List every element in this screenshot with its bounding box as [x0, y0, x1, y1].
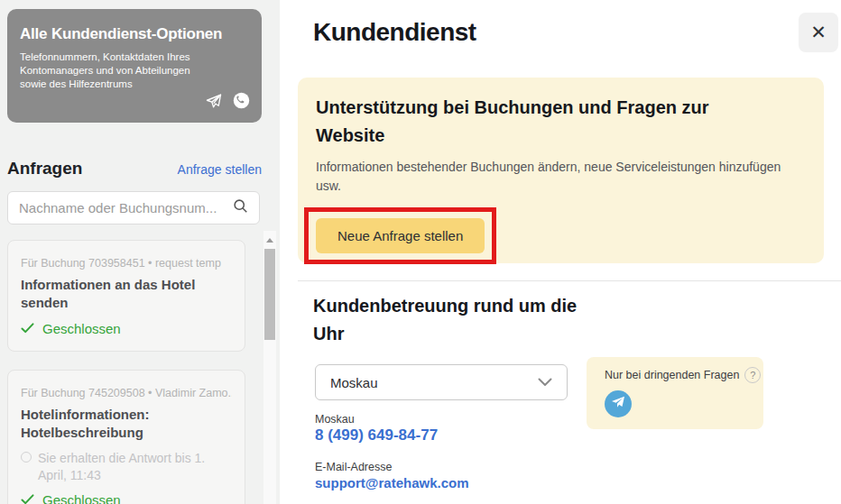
- request-title: Hotelinformationen: Hotelbeschreibung: [21, 406, 232, 443]
- phone-city-label: Moskau: [315, 413, 355, 426]
- scrollbar-thumb[interactable]: [264, 249, 275, 340]
- request-status: Geschlossen: [21, 492, 232, 504]
- status-label: Geschlossen: [42, 492, 121, 504]
- email-link[interactable]: support@ratehawk.com: [315, 475, 469, 490]
- annotation-highlight-box: Neue Anfrage stellen: [304, 207, 496, 264]
- request-card[interactable]: Für Buchung 703958451 • request temp Inf…: [7, 240, 245, 352]
- city-select[interactable]: Moskau: [315, 364, 568, 400]
- status-label: Geschlossen: [42, 321, 121, 336]
- all-support-options-card[interactable]: Alle Kundendienst-Optionen Telefonnummer…: [7, 9, 262, 123]
- request-search-box[interactable]: [7, 191, 260, 225]
- phone-link[interactable]: 8 (499) 649-84-77: [315, 426, 438, 444]
- telegram-icon: [611, 396, 625, 412]
- close-icon: ✕: [810, 22, 827, 43]
- check-icon: [21, 492, 34, 504]
- request-status: Geschlossen: [21, 321, 232, 336]
- request-meta: Für Buchung 745209508 • Vladimir Zamo...: [21, 387, 232, 399]
- booking-support-panel: Unterstützung bei Buchungen und Fragen z…: [298, 78, 824, 263]
- promo-card-description: Telefonnummern, Kontaktdaten Ihres Konto…: [20, 50, 196, 91]
- urgent-questions-box: Nur bei dringenden Fragen ?: [587, 357, 763, 429]
- check-icon: [21, 321, 34, 336]
- support-panel-description: Informationen bestehender Buchungen ände…: [316, 158, 803, 196]
- create-request-link[interactable]: Anfrage stellen: [178, 162, 262, 177]
- support-dialog: Kundendienst ✕ Unterstützung bei Buchung…: [280, 0, 841, 504]
- chevron-down-icon: [538, 374, 552, 390]
- magnifier-icon: [233, 198, 248, 217]
- request-title: Informationen an das Hotel senden: [21, 276, 232, 313]
- help-icon[interactable]: ?: [744, 367, 761, 383]
- requests-heading: Anfragen: [7, 159, 82, 179]
- request-note: Sie erhalten die Antwort bis 1. April, 1…: [38, 450, 232, 484]
- whatsapp-icon: [233, 92, 250, 113]
- request-list: Für Buchung 703958451 • request temp Inf…: [7, 240, 245, 504]
- new-request-button[interactable]: Neue Anfrage stellen: [316, 218, 485, 253]
- email-label: E-Mail-Adresse: [315, 461, 392, 473]
- sidebar: Alle Kundendienst-Optionen Telefonnummer…: [0, 0, 280, 504]
- dialog-title: Kundendienst: [313, 18, 476, 47]
- city-select-value: Moskau: [330, 375, 538, 390]
- telegram-contact-button[interactable]: [605, 390, 632, 417]
- promo-card-title: Alle Kundendienst-Optionen: [20, 25, 249, 43]
- request-card[interactable]: Für Buchung 745209508 • Vladimir Zamo...…: [7, 370, 245, 504]
- telegram-icon: [205, 93, 223, 113]
- urgent-box-label: Nur bei dringenden Fragen: [605, 369, 739, 381]
- support-panel-heading: Unterstützung bei Buchungen und Fragen z…: [316, 94, 767, 150]
- clock-icon: [21, 452, 32, 463]
- section-divider: [298, 280, 841, 281]
- scroll-up-icon[interactable]: [266, 238, 273, 243]
- availability-heading: Kundenbetreuung rund um die Uhr: [313, 292, 584, 348]
- request-meta: Für Buchung 703958451 • request temp: [21, 257, 232, 270]
- sidebar-scrollbar[interactable]: [263, 231, 276, 504]
- close-button[interactable]: ✕: [799, 13, 838, 52]
- search-input[interactable]: [19, 200, 233, 215]
